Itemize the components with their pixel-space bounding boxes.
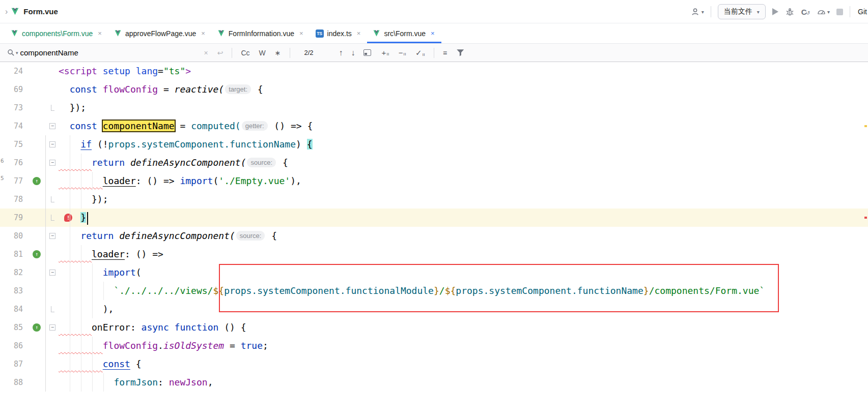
search-icon[interactable] [7, 49, 15, 56]
code-line[interactable]: 77↑ loader: () => import('./Empty.vue'), [0, 172, 868, 190]
fold-collapse-icon[interactable]: − [49, 270, 55, 276]
code-with-me-icon[interactable]: ▾ [691, 7, 704, 17]
tab-index-ts[interactable]: TS index.ts × [310, 23, 368, 43]
fold-end-icon[interactable] [51, 105, 54, 111]
fold-end-icon[interactable] [51, 196, 54, 202]
previous-match-button[interactable]: ↑ [339, 48, 343, 57]
code-line[interactable]: 88 formJson: newJson, [0, 373, 868, 392]
gutter[interactable]: 87 [0, 355, 59, 373]
code-line[interactable]: 75− if (!props.systemComponent.functionN… [0, 135, 868, 154]
indent-warning [59, 359, 103, 369]
remove-occurrence-button[interactable]: − II [399, 48, 406, 57]
fold-collapse-icon[interactable]: − [49, 160, 55, 166]
code-line[interactable]: 86 flowConfig.isOldSystem = true; [0, 337, 868, 355]
gutter[interactable]: 81↑ [0, 245, 59, 263]
close-icon[interactable]: × [431, 29, 435, 37]
tab-components-form-vue[interactable]: components\Form.vue × [5, 23, 108, 43]
close-icon[interactable]: × [201, 29, 205, 37]
open-in-window-icon[interactable] [363, 49, 371, 56]
tab-label: FormInformation.vue [229, 29, 294, 38]
gutter-green-icon[interactable]: ↑ [33, 177, 41, 185]
vue-file-icon [373, 30, 380, 37]
close-icon[interactable]: × [357, 29, 361, 37]
gutter[interactable]: 79 [0, 208, 59, 227]
select-all-occurrences-button[interactable]: ✓ II [415, 48, 425, 57]
run-configuration-selector[interactable]: 当前文件 ▾ [718, 4, 766, 19]
coverage-icon[interactable]: C ↺ [801, 8, 810, 16]
code-line[interactable]: 82− import( [0, 263, 868, 282]
fold-collapse-icon[interactable]: − [49, 141, 55, 147]
code-line[interactable]: 78 }); [0, 190, 868, 208]
clear-search-icon[interactable]: × [204, 49, 208, 57]
stop-button[interactable] [836, 9, 843, 15]
code-text: if (!props.systemComponent.functionName)… [59, 135, 868, 154]
code-token [59, 121, 70, 131]
code-line[interactable]: 79 }! [0, 208, 868, 227]
gutter[interactable]: 82− [0, 263, 59, 282]
gutter[interactable]: 73 [0, 99, 59, 117]
gutter[interactable]: 24 [0, 62, 59, 80]
add-occurrence-button[interactable]: + II [382, 48, 389, 57]
code-line[interactable]: 84 ), [0, 300, 868, 318]
coverage-arrow: ↺ [806, 10, 810, 16]
view-options-icon[interactable]: ≡ [443, 49, 447, 57]
close-icon[interactable]: × [98, 29, 102, 37]
gutter[interactable]: 77↑ [0, 172, 59, 190]
gutter[interactable]: 85↑− [0, 318, 59, 337]
gutter[interactable]: 88 [0, 373, 59, 392]
gutter[interactable]: 74− [0, 117, 59, 135]
code-line[interactable]: 69 const flowConfig = reactive(target: { [0, 80, 868, 99]
whole-words-toggle[interactable]: W [259, 49, 266, 57]
filter-icon[interactable] [457, 49, 464, 56]
gutter[interactable]: 86 [0, 337, 59, 355]
code-line[interactable]: 87 const { [0, 355, 868, 373]
tab-approveflowpage-vue[interactable]: approveFlowPage.vue × [108, 23, 212, 43]
gutter-green-icon[interactable]: ↑ [33, 250, 41, 258]
gutter[interactable]: 80− [0, 227, 59, 245]
fold-end-icon[interactable] [51, 306, 54, 312]
code-editor[interactable]: 24<script setup lang="ts">69 const flowC… [0, 62, 868, 417]
fold-collapse-icon[interactable]: − [49, 324, 55, 331]
code-token [59, 84, 70, 95]
gutter[interactable]: 75− [0, 135, 59, 154]
code-line[interactable]: 81↑ loader: () => [0, 245, 868, 263]
code-token: const [70, 121, 97, 131]
run-button[interactable] [772, 8, 778, 15]
code-line[interactable]: 85↑− onError: async function () { [0, 318, 868, 337]
gutter[interactable]: 78 [0, 190, 59, 208]
git-menu[interactable]: Git [858, 8, 867, 16]
code-line[interactable]: 24<script setup lang="ts"> [0, 62, 868, 80]
code-token: ), [103, 304, 114, 314]
fold-collapse-icon[interactable]: − [49, 233, 55, 239]
code-line[interactable]: 83 `./../../../views/${props.systemCompo… [0, 282, 868, 300]
gutter[interactable]: 83 [0, 282, 59, 300]
occurrence-suffix: II [386, 52, 389, 56]
profiler-icon[interactable]: ▾ [817, 7, 830, 17]
divider [232, 48, 232, 58]
gutter[interactable]: 76− [0, 154, 59, 172]
debug-icon[interactable] [785, 7, 795, 17]
fold-collapse-icon[interactable]: − [49, 123, 55, 129]
gutter[interactable]: 84 [0, 300, 59, 318]
search-input[interactable]: componentName [20, 48, 200, 57]
regex-toggle[interactable]: ∗ [275, 49, 281, 57]
next-match-button[interactable]: ↓ [351, 48, 355, 57]
code-line[interactable]: 80− return defineAsyncComponent(source: … [0, 227, 868, 245]
code-text: const flowConfig = reactive(target: { [59, 80, 868, 99]
tab-forminformation-vue[interactable]: FormInformation.vue × [212, 23, 310, 43]
code-token: async [142, 322, 169, 333]
close-icon[interactable]: × [299, 29, 303, 37]
fold-end-icon[interactable] [51, 215, 54, 221]
match-case-toggle[interactable]: Cc [241, 49, 249, 57]
error-icon[interactable]: ! [64, 214, 72, 222]
code-token: function [175, 322, 219, 333]
gutter-green-icon[interactable]: ↑ [33, 323, 41, 332]
gutter[interactable]: 69 [0, 80, 59, 99]
tab-src-form-vue[interactable]: src\Form.vue × [367, 23, 441, 43]
code-line[interactable]: 73 }); [0, 99, 868, 117]
chevron-down-icon[interactable]: ▾ [16, 50, 18, 55]
newline-icon[interactable]: ↩ [217, 49, 223, 57]
code-token: defineAsyncComponent( [119, 230, 235, 241]
code-line[interactable]: 74− const componentName = computed(gette… [0, 117, 868, 135]
code-line[interactable]: 76− return defineAsyncComponent(source: … [0, 154, 868, 172]
